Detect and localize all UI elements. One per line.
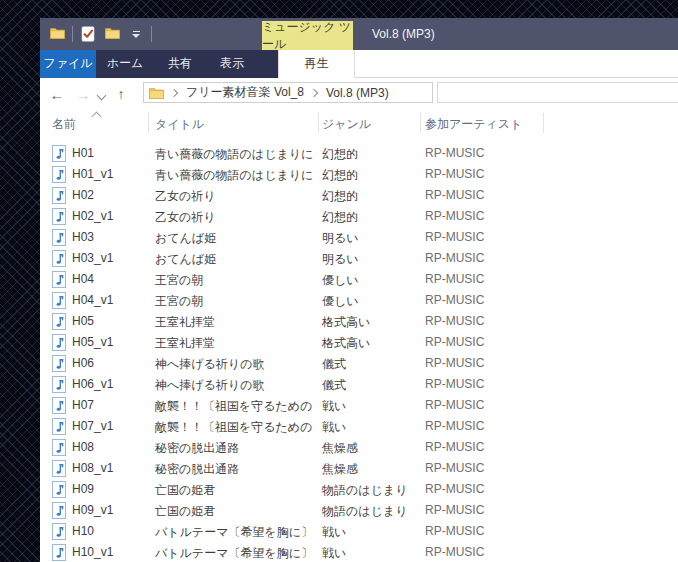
file-genre: 優しい [322,272,359,289]
file-genre: 物語のはじまり [322,482,407,499]
file-list-pane: 名前 タイトル ジャンル 参加アーティスト H01青い薔薇の物語のはじまりに幻想… [40,110,678,562]
ribbon-tab-strip: ファイル ホーム 共有 表示 再生 [40,50,678,78]
audio-file-icon [52,271,66,288]
forward-button[interactable]: → [72,78,94,110]
file-row[interactable]: H02_v1乙女の祈り幻想的RP-MUSIC [40,206,678,227]
properties-check-icon[interactable] [79,24,97,44]
tab-share[interactable]: 共有 [154,50,206,78]
audio-file-icon [52,229,66,246]
file-row[interactable]: H04王宮の朝優しいRP-MUSIC [40,269,678,290]
file-title: おてんば姫 [155,230,216,247]
file-artist: RP-MUSIC [425,524,484,538]
file-title: バトルテーマ〔希望を胸に〕 [155,524,313,541]
address-bar[interactable]: フリー素材音楽 Vol_8 Vol.8 (MP3) [143,82,433,103]
file-title: 青い薔薇の物語のはじまりに [155,167,313,184]
file-genre: 戦い [322,419,346,436]
file-title: 乙女の祈り [155,188,216,205]
column-header-genre[interactable]: ジャンル [322,116,371,133]
tab-home[interactable]: ホーム [96,50,154,78]
folder-icon [105,25,120,43]
file-artist: RP-MUSIC [425,293,484,307]
column-resize-handle[interactable] [543,113,544,133]
file-row[interactable]: H07_v1敵襲！！〔祖国を守るための戦いRP-MUSIC [40,416,678,437]
folder-icon [50,26,65,39]
file-title: 亡国の姫君 [155,503,215,520]
up-button[interactable]: ↑ [110,78,132,110]
navigation-bar: ← → ↑ フリー素材音楽 Vol_8 Vol.8 (MP3) [40,78,678,110]
customize-toolbar-dropdown[interactable] [127,24,145,44]
file-title: 乙女の祈り [155,209,216,226]
search-box[interactable] [437,82,678,103]
file-row[interactable]: H08_v1秘密の脱出通路焦燥感RP-MUSIC [40,458,678,479]
back-button[interactable]: ← [46,78,68,110]
tab-file[interactable]: ファイル [40,50,96,78]
file-row[interactable]: H06神へ捧げる祈りの歌儀式RP-MUSIC [40,353,678,374]
file-row[interactable]: H03おてんば姫明るいRP-MUSIC [40,227,678,248]
column-header-name[interactable]: 名前 [52,116,76,133]
column-header-title[interactable]: タイトル [155,116,204,133]
sort-ascending-icon [92,112,102,122]
tab-view[interactable]: 表示 [206,50,258,78]
breadcrumb-chevron-icon[interactable] [170,88,178,96]
file-artist: RP-MUSIC [425,398,484,412]
file-artist: RP-MUSIC [425,461,484,475]
file-title: 王室礼拝堂 [155,314,215,331]
explorer-window: ミュージック ツール Vol.8 (MP3) ファイル ホーム 共有 表示 再生… [40,18,678,562]
file-list: H01青い薔薇の物語のはじまりに幻想的RP-MUSIC H01_v1青い薔薇の物… [40,143,678,562]
file-title: 王宮の朝 [155,293,203,310]
folder-shortcut-icon[interactable] [48,24,66,44]
file-row[interactable]: H09亡国の姫君物語のはじまりRP-MUSIC [40,479,678,500]
folder-icon [50,25,65,43]
file-artist: RP-MUSIC [425,482,484,496]
file-row[interactable]: H10バトルテーマ〔希望を胸に〕戦いRP-MUSIC [40,521,678,542]
audio-file-icon [52,208,66,225]
audio-file-icon [52,460,66,477]
file-row[interactable]: H08秘密の脱出通路焦燥感RP-MUSIC [40,437,678,458]
file-title: 敵襲！！〔祖国を守るための [155,398,312,415]
file-row[interactable]: H09_v1亡国の姫君物語のはじまりRP-MUSIC [40,500,678,521]
file-row[interactable]: H03_v1おてんば姫明るいRP-MUSIC [40,248,678,269]
file-title: 青い薔薇の物語のはじまりに [155,146,313,163]
file-genre: 焦燥感 [322,440,358,457]
file-genre: 戦い [322,398,346,415]
recent-locations-chevron-icon[interactable] [97,91,107,101]
file-row[interactable]: H05_v1王室礼拝堂格式高いRP-MUSIC [40,332,678,353]
file-row[interactable]: H05王室礼拝堂格式高いRP-MUSIC [40,311,678,332]
file-artist: RP-MUSIC [425,419,484,433]
file-genre: 戦い [322,545,346,562]
file-name: H06_v1 [72,377,113,391]
file-title: 敵襲！！〔祖国を守るための [155,419,312,436]
column-resize-handle[interactable] [420,113,421,133]
file-row[interactable]: H10_v1バトルテーマ〔希望を胸に〕戦いRP-MUSIC [40,542,678,562]
file-name: H01 [72,146,94,160]
file-row[interactable]: H07敵襲！！〔祖国を守るための戦いRP-MUSIC [40,395,678,416]
folder-icon [149,86,164,99]
file-row[interactable]: H01_v1青い薔薇の物語のはじまりに幻想的RP-MUSIC [40,164,678,185]
quick-access-toolbar [48,18,152,50]
file-name: H09 [72,482,94,496]
tab-play[interactable]: 再生 [278,50,355,78]
column-resize-handle[interactable] [318,113,319,133]
file-genre: 幻想的 [322,188,358,205]
file-row[interactable]: H06_v1神へ捧げる祈りの歌儀式RP-MUSIC [40,374,678,395]
breadcrumb-current-folder[interactable]: Vol.8 (MP3) [326,86,389,100]
audio-file-icon [52,250,66,267]
toolbar-divider [72,26,73,42]
file-artist: RP-MUSIC [425,146,484,160]
column-header-artist[interactable]: 参加アーティスト [425,116,522,133]
audio-file-icon [52,439,66,456]
contextual-tab-music-tools[interactable]: ミュージック ツール [262,21,353,50]
new-folder-icon[interactable] [103,24,121,44]
file-row[interactable]: H02乙女の祈り幻想的RP-MUSIC [40,185,678,206]
breadcrumb-parent-folder[interactable]: フリー素材音楽 Vol_8 [186,84,304,101]
window-title: Vol.8 (MP3) [372,18,435,50]
file-artist: RP-MUSIC [425,251,484,265]
audio-file-icon [52,502,66,519]
column-resize-handle[interactable] [148,113,149,133]
file-title: 亡国の姫君 [155,482,215,499]
file-name: H08 [72,440,94,454]
file-row[interactable]: H04_v1王宮の朝優しいRP-MUSIC [40,290,678,311]
breadcrumb-chevron-icon[interactable] [310,88,318,96]
file-genre: 明るい [322,230,359,247]
file-row[interactable]: H01青い薔薇の物語のはじまりに幻想的RP-MUSIC [40,143,678,164]
